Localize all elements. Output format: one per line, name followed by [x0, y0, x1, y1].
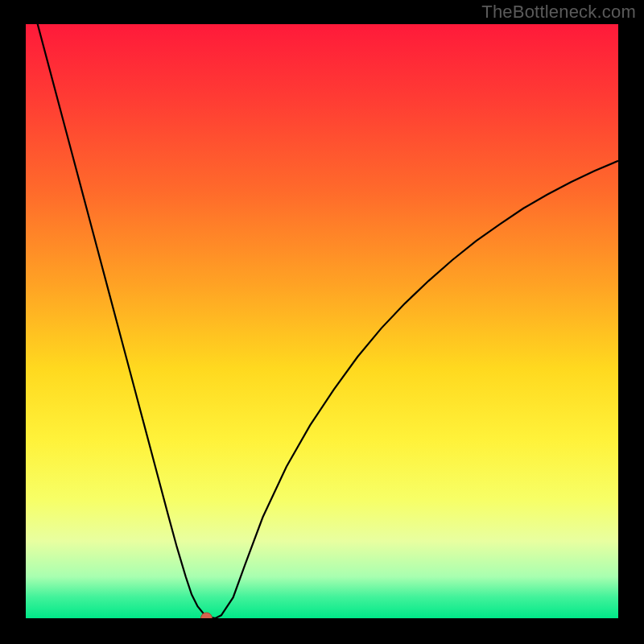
chart-frame: TheBottleneck.com — [0, 0, 644, 644]
gradient-background — [26, 24, 618, 618]
bottleneck-chart — [26, 24, 618, 618]
plot-area — [26, 24, 618, 618]
watermark-text: TheBottleneck.com — [481, 2, 636, 23]
